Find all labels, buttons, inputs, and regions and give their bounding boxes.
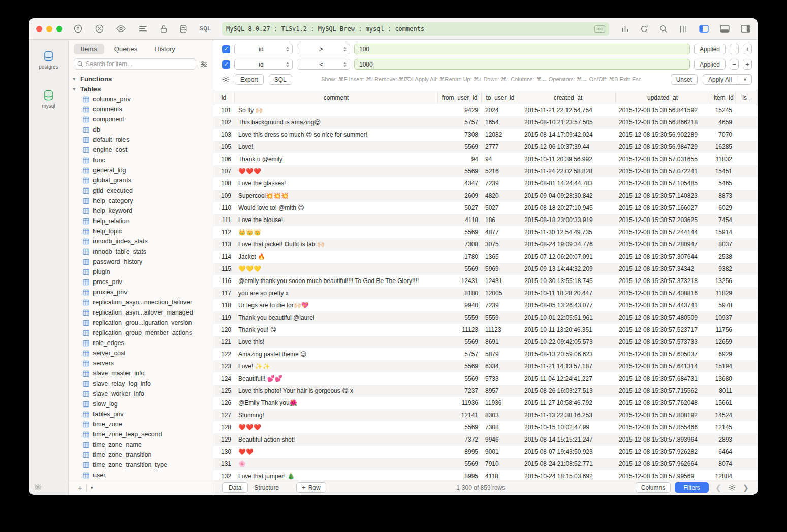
- sidebar-table-item[interactable]: func: [69, 155, 213, 165]
- cell-created_at[interactable]: 2015-11-21 14:13:57.187: [519, 360, 616, 372]
- cell-is_[interactable]: [736, 299, 758, 311]
- disconnect-icon[interactable]: [95, 24, 104, 33]
- cell-id[interactable]: 114: [213, 251, 235, 263]
- zoom-window-button[interactable]: [56, 26, 62, 32]
- column-header-id[interactable]: id: [213, 91, 235, 104]
- cell-is_[interactable]: [736, 275, 758, 287]
- cell-created_at[interactable]: 2015-11-24 22:02:58.828: [519, 165, 616, 177]
- rows-icon[interactable]: [139, 25, 147, 32]
- search-icon[interactable]: [659, 25, 668, 33]
- sidebar-table-item[interactable]: help_keyword: [69, 206, 213, 216]
- tab-structure[interactable]: Structure: [248, 482, 285, 493]
- cell-comment[interactable]: @emily thank you soooo much beautiful!!!…: [235, 275, 438, 287]
- toggle-right-panel-icon[interactable]: [741, 25, 750, 33]
- cell-from_user_id[interactable]: 8180: [438, 287, 482, 299]
- cell-from_user_id[interactable]: 7308: [438, 129, 482, 141]
- table-row[interactable]: 101So fly 🙌🏻942920242015-11-21 22:12:54.…: [213, 104, 758, 116]
- add-item-button[interactable]: +: [74, 483, 86, 492]
- cell-comment[interactable]: Beautiful action shot!: [235, 433, 438, 446]
- filter-enabled-checkbox[interactable]: ✓: [222, 60, 230, 69]
- cell-from_user_id[interactable]: 11936: [438, 397, 482, 409]
- cell-id[interactable]: 126: [213, 397, 235, 409]
- cell-item_id[interactable]: 6929: [710, 348, 736, 360]
- table-row[interactable]: 125Love this photo! Your hair is gorgeou…: [213, 385, 758, 397]
- cell-id[interactable]: 105: [213, 141, 235, 153]
- cell-comment[interactable]: Thank you! 😘: [235, 324, 438, 336]
- cell-updated_at[interactable]: 2015-12-08 15:30:57.203625: [616, 214, 710, 226]
- cell-updated_at[interactable]: 2015-12-08 15:30:57.641314: [616, 360, 710, 372]
- close-window-button[interactable]: [36, 26, 42, 32]
- cell-updated_at[interactable]: 2015-12-08 15:30:57.762048: [616, 397, 710, 409]
- search-box[interactable]: [74, 58, 196, 70]
- connection-mysql[interactable]: mysql: [33, 86, 65, 112]
- sidebar-table-item[interactable]: comments: [69, 104, 213, 114]
- cell-to_user_id[interactable]: 1654: [482, 116, 519, 129]
- cell-created_at[interactable]: 2015-10-11 20:39:56.992: [519, 153, 616, 165]
- gear-icon[interactable]: [222, 76, 230, 83]
- cell-id[interactable]: 124: [213, 372, 235, 385]
- cell-item_id[interactable]: 2893: [710, 433, 736, 446]
- cell-updated_at[interactable]: 2015-12-08 15:30:57.373218: [616, 275, 710, 287]
- filter-field-select[interactable]: id: [234, 44, 293, 54]
- cell-created_at[interactable]: 2015-10-01 22:05:51.961: [519, 311, 616, 324]
- sidebar-table-item[interactable]: password_history: [69, 257, 213, 267]
- cell-from_user_id[interactable]: 7308: [438, 238, 482, 251]
- sidebar-table-item[interactable]: engine_cost: [69, 145, 213, 155]
- cell-to_user_id[interactable]: 8691: [482, 336, 519, 348]
- cell-to_user_id[interactable]: 5879: [482, 348, 519, 360]
- cell-id[interactable]: 103: [213, 129, 235, 141]
- cell-updated_at[interactable]: 2015-12-08 15:30:57.605037: [616, 348, 710, 360]
- eye-icon[interactable]: [116, 25, 126, 32]
- sidebar-table-item[interactable]: time_zone: [69, 419, 213, 429]
- cell-is_[interactable]: [736, 348, 758, 360]
- cell-item_id[interactable]: 12884: [710, 470, 736, 480]
- filter-applied-button[interactable]: Applied: [694, 59, 726, 70]
- table-row[interactable]: 106Thank u @emily94942015-10-11 20:39:56…: [213, 153, 758, 165]
- cell-to_user_id[interactable]: 5559: [482, 311, 519, 324]
- gear-icon[interactable]: [728, 484, 736, 491]
- cell-is_[interactable]: [736, 470, 758, 480]
- columns-button[interactable]: Columns: [636, 482, 671, 493]
- cell-to_user_id[interactable]: 7239: [482, 299, 519, 311]
- table-row[interactable]: 108Love the glasses!434772392015-08-01 1…: [213, 177, 758, 190]
- cell-created_at[interactable]: 2015-08-18 20:27:10.945: [519, 202, 616, 214]
- table-row[interactable]: 114Jacket 🔥178013652015-07-12 06:20:07.0…: [213, 251, 758, 263]
- cell-item_id[interactable]: 4659: [710, 116, 736, 129]
- cell-comment[interactable]: Love this!: [235, 336, 438, 348]
- cell-updated_at[interactable]: 2015-12-08 15:30:57.684731: [616, 372, 710, 385]
- cell-is_[interactable]: [736, 397, 758, 409]
- filter-remove-button[interactable]: −: [730, 44, 739, 54]
- cell-updated_at[interactable]: 2015-12-08 15:30:57.715562: [616, 385, 710, 397]
- table-row[interactable]: 130❤️❤️899590012015-08-07 19:43:50.92320…: [213, 446, 758, 458]
- cell-from_user_id[interactable]: 12141: [438, 409, 482, 421]
- table-row[interactable]: 110Would love to! @mith 😊502750272015-08…: [213, 202, 758, 214]
- filter-settings-icon[interactable]: [200, 61, 208, 68]
- column-header-is_[interactable]: is_: [736, 91, 758, 104]
- cell-item_id[interactable]: 15661: [710, 397, 736, 409]
- cell-is_[interactable]: [736, 226, 758, 238]
- cell-comment[interactable]: Thank u @emily: [235, 153, 438, 165]
- tree-group-functions[interactable]: ▾ Functions: [69, 74, 213, 84]
- cell-comment[interactable]: 👑👑👑: [235, 226, 438, 238]
- sidebar-table-item[interactable]: help_category: [69, 196, 213, 206]
- cell-id[interactable]: 113: [213, 238, 235, 251]
- cell-comment[interactable]: ❤️❤️: [235, 446, 438, 458]
- cell-updated_at[interactable]: 2015-12-08 15:30:57.808192: [616, 409, 710, 421]
- chevron-down-icon[interactable]: ▾: [87, 485, 98, 490]
- cell-is_[interactable]: [736, 446, 758, 458]
- cell-to_user_id[interactable]: 186: [482, 214, 519, 226]
- cell-item_id[interactable]: 8011: [710, 385, 736, 397]
- database-icon[interactable]: [180, 25, 187, 33]
- connect-icon[interactable]: [74, 24, 82, 33]
- column-header-item_id[interactable]: item_id: [710, 91, 736, 104]
- cell-is_[interactable]: [736, 311, 758, 324]
- sidebar-table-item[interactable]: replication_asyn...nnection_failover: [69, 297, 213, 307]
- cell-to_user_id[interactable]: 7308: [482, 421, 519, 433]
- apply-all-button[interactable]: Apply All ▼: [703, 74, 752, 85]
- sidebar-table-item[interactable]: innodb_table_stats: [69, 246, 213, 257]
- cell-created_at[interactable]: 2015-08-24 21:08:52.771: [519, 458, 616, 470]
- unset-button[interactable]: Unset: [671, 74, 698, 85]
- cell-updated_at[interactable]: 2015-12-08 15:30:57.244144: [616, 226, 710, 238]
- cell-comment[interactable]: Would love to! @mith 😊: [235, 202, 438, 214]
- sidebar-table-item[interactable]: db: [69, 124, 213, 135]
